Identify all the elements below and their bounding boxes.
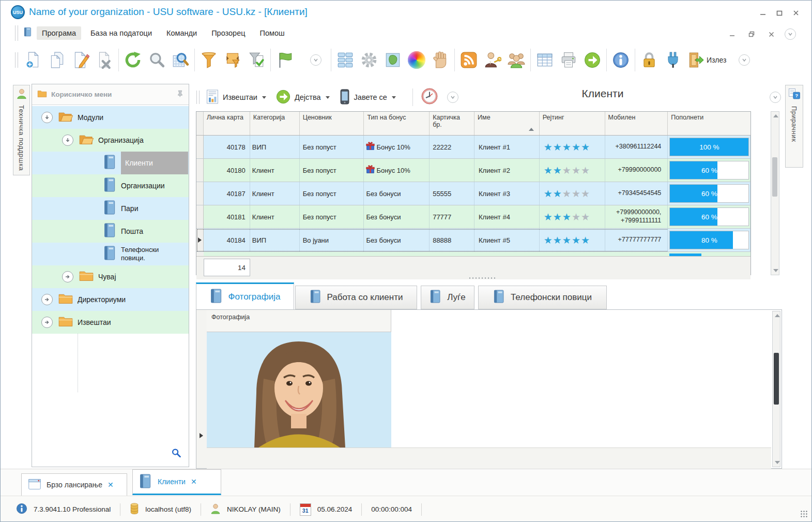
scroll-down-arrow[interactable] — [773, 269, 778, 272]
menu-komandi[interactable]: Команди — [161, 26, 202, 40]
edit-record-icon[interactable] — [69, 48, 93, 72]
column-header-pricelist[interactable]: Ценовник — [300, 112, 364, 135]
tree-item-pari[interactable]: Пари — [32, 197, 189, 220]
mdi-close-button[interactable] — [765, 29, 777, 39]
tab-brzo-lansiranje[interactable]: Брзо лансирање ✕ — [21, 473, 127, 496]
timer-clock-icon[interactable] — [420, 87, 439, 108]
tree-item-telefonski-povici[interactable]: Телефонски повици. — [32, 243, 189, 265]
tab-luge[interactable]: Луѓе — [421, 286, 474, 309]
scroll-down-arrow[interactable] — [775, 461, 780, 464]
tree-item-moduli[interactable]: Модули — [32, 106, 189, 129]
close-button[interactable] — [790, 8, 802, 18]
mdi-restore-button[interactable] — [745, 29, 758, 39]
hand-icon[interactable] — [428, 48, 452, 72]
table-row[interactable]: 40181 Клиент Без попуст Без бонуси 77777… — [196, 205, 750, 229]
menu-database[interactable]: База на податоци — [85, 26, 157, 40]
tree-item-posta[interactable]: Пошта — [32, 220, 189, 243]
tree-search-icon[interactable] — [171, 448, 181, 460]
column-header-mobile[interactable]: Мобилен — [605, 112, 668, 135]
plug-icon[interactable] — [661, 48, 685, 72]
table-row[interactable]: 40187 Клиент Без попуст Без бонуси 55555… — [196, 182, 750, 205]
tech-support-tab[interactable]: Техничка поддршка — [13, 85, 30, 175]
new-record-icon[interactable] — [21, 48, 45, 72]
menu-drag-grip[interactable] — [15, 25, 18, 41]
refresh-icon[interactable] — [121, 48, 145, 72]
window-resize-grip[interactable] — [800, 510, 807, 517]
expand-arrow-icon[interactable] — [41, 294, 53, 305]
scroll-up-arrow[interactable] — [775, 314, 780, 317]
table-row[interactable]: 40180 Клиент Без попуст Бонус 10% Клиент… — [196, 159, 750, 182]
grid-toolbar-chevron-icon[interactable] — [447, 92, 458, 103]
rss-icon[interactable] — [457, 48, 481, 72]
toolbar-drag-grip[interactable] — [15, 52, 18, 68]
photo-column-header[interactable]: Фотографија — [207, 310, 391, 332]
expand-arrow-icon[interactable] — [41, 317, 53, 328]
column-header-id[interactable]: Лична карта — [204, 112, 250, 135]
user-access-icon[interactable] — [481, 48, 504, 72]
info-icon[interactable] — [609, 48, 633, 72]
filter-confirm-icon[interactable] — [244, 48, 268, 72]
tree-item-cuvaj[interactable]: Чувај — [32, 265, 189, 288]
settings-gear-icon[interactable] — [357, 48, 381, 72]
menu-pomos[interactable]: Помош — [255, 26, 290, 40]
column-header-category[interactable]: Категорија — [250, 112, 300, 135]
mdi-chevron-circle-icon[interactable] — [785, 28, 796, 40]
call-dropdown-button[interactable]: Јавете се — [339, 89, 396, 106]
tab-telefonski-povici[interactable]: Телефонски повици — [478, 286, 607, 309]
tree-item-organizacija[interactable]: Организација — [32, 129, 189, 152]
toolbar-chevron-circle-icon[interactable] — [310, 54, 321, 66]
column-header-rating[interactable]: Рејтинг — [540, 112, 605, 135]
actions-dropdown-button[interactable]: Дејства — [275, 89, 330, 106]
table-row[interactable]: 40178 ВИП Без попуст Бонус 10% 22222 Кли… — [196, 136, 750, 159]
grid-toolbar-grip[interactable] — [196, 91, 200, 104]
photo-vertical-scrollbar[interactable] — [772, 311, 780, 467]
scroll-up-arrow[interactable] — [773, 114, 778, 117]
table-view-icon[interactable] — [533, 48, 557, 72]
advanced-search-icon[interactable] — [168, 48, 192, 72]
flag-icon[interactable] — [273, 48, 297, 72]
go-next-icon[interactable] — [580, 48, 604, 72]
collapse-arrow-icon[interactable] — [62, 135, 73, 146]
tab-klienti-active[interactable]: Клиенти ✕ — [132, 469, 221, 495]
maximize-button[interactable] — [773, 8, 786, 18]
table-vertical-scrollbar[interactable] — [771, 111, 779, 275]
horizontal-splitter[interactable] — [468, 277, 497, 279]
tiles-view-icon[interactable] — [333, 48, 357, 72]
lock-icon[interactable] — [637, 48, 661, 72]
column-header-name[interactable]: Име — [474, 112, 540, 135]
scrollbar-thumb[interactable] — [772, 157, 777, 197]
mdi-minimize-button[interactable] — [726, 29, 738, 39]
tree-item-organizacii[interactable]: Организации — [32, 174, 189, 197]
menu-programa[interactable]: Програма — [37, 26, 81, 40]
users-group-icon[interactable] — [504, 48, 528, 72]
scrollbar-thumb[interactable] — [774, 353, 779, 405]
menu-prozorec[interactable]: Прозорец — [206, 26, 250, 40]
tree-item-izvestai[interactable]: Извештаи — [32, 311, 189, 334]
column-header-card[interactable]: Картичка бр. — [430, 112, 474, 135]
panel-right-chevron-icon[interactable] — [770, 92, 781, 103]
close-tab-icon[interactable]: ✕ — [108, 481, 114, 489]
table-row-selected[interactable]: 40184 ВИП Во јуани Без бонуси 88888 Клие… — [196, 229, 750, 252]
color-wheel-icon[interactable] — [405, 48, 428, 72]
print-icon[interactable] — [557, 48, 580, 72]
filter-panel-icon[interactable] — [221, 48, 244, 72]
column-header-filled[interactable]: Пополнети — [668, 112, 750, 135]
map-icon[interactable] — [381, 48, 405, 72]
close-tab-icon[interactable]: ✕ — [191, 478, 197, 486]
copy-record-icon[interactable] — [45, 48, 69, 72]
tree-item-klienti[interactable]: Клиенти — [32, 152, 189, 174]
reports-dropdown-button[interactable]: Извештаи — [206, 89, 266, 106]
delete-record-icon[interactable] — [93, 48, 116, 72]
exit-icon[interactable] — [685, 48, 706, 72]
expand-arrow-icon[interactable] — [62, 271, 73, 282]
toolbar-overflow-chevron-icon[interactable] — [739, 54, 750, 66]
tab-fotografija[interactable]: Фотографија — [196, 282, 294, 310]
column-header-bonus[interactable]: Тип на бонус — [364, 112, 430, 135]
tab-rabota-so-klienti[interactable]: Работа со клиенти — [295, 286, 417, 309]
minimize-button[interactable] — [757, 8, 769, 18]
filter-icon[interactable] — [197, 48, 221, 72]
pin-icon[interactable] — [177, 90, 183, 99]
tree-item-direktoriumi[interactable]: Директориуми — [32, 288, 189, 311]
exit-label[interactable]: Излез — [707, 56, 726, 64]
handbook-tab[interactable]: ? Прирачник — [785, 85, 803, 168]
